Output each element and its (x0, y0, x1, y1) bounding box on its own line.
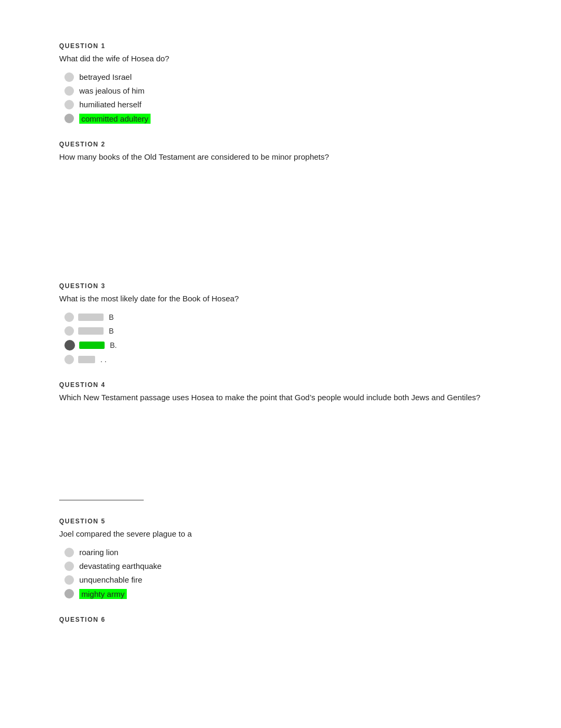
option-text-highlighted: committed adultery (79, 114, 151, 124)
question-2-text: How many books of the Old Testament are … (59, 151, 502, 163)
question-1-options: betrayed Israel was jealous of him humil… (64, 72, 502, 124)
option-text: roaring lion (79, 548, 118, 557)
question-3-text: What is the most likely date for the Boo… (59, 293, 502, 305)
list-item[interactable]: betrayed Israel (64, 72, 502, 82)
question-3-block: QUESTION 3 What is the most likely date … (59, 282, 502, 364)
radio-circle (64, 561, 74, 571)
blurred-option-box (78, 327, 104, 335)
section-divider (59, 500, 144, 501)
question-2-empty-space (59, 170, 502, 265)
blurred-option-box (78, 356, 95, 363)
question-5-label: QUESTION 5 (59, 518, 502, 525)
option-text: betrayed Israel (79, 72, 132, 81)
blurred-option-box (78, 314, 104, 321)
question-1-label: QUESTION 1 (59, 42, 502, 50)
option-letter: B (109, 327, 114, 335)
question-5-text: Joel compared the severe plague to a (59, 528, 502, 540)
radio-circle (64, 575, 74, 585)
radio-circle (64, 72, 74, 82)
list-item[interactable]: roaring lion (64, 548, 502, 557)
question-4-label: QUESTION 4 (59, 381, 502, 389)
question-6-label: QUESTION 6 (59, 616, 502, 623)
option-text: devastating earthquake (79, 561, 162, 570)
option-letter: B (109, 313, 114, 321)
question-3-options: B B B. . . (64, 312, 502, 364)
question-2-block: QUESTION 2 How many books of the Old Tes… (59, 141, 502, 266)
list-item[interactable]: humiliated herself (64, 100, 502, 109)
question-1-block: QUESTION 1 What did the wife of Hosea do… (59, 42, 502, 124)
list-item[interactable]: B. (64, 340, 502, 351)
list-item[interactable]: mighty army (64, 589, 502, 599)
radio-circle (64, 86, 74, 96)
list-item[interactable]: devastating earthquake (64, 561, 502, 571)
option-letter: . . (100, 355, 107, 364)
list-item[interactable]: unquenchable fire (64, 575, 502, 585)
radio-circle (64, 100, 74, 109)
blurred-option-box-selected (79, 342, 105, 349)
option-text: humiliated herself (79, 100, 142, 109)
question-4-block: QUESTION 4 Which New Testament passage u… (59, 381, 502, 501)
question-4-empty-space (59, 411, 502, 495)
question-6-block: QUESTION 6 (59, 616, 502, 623)
question-1-text: What did the wife of Hosea do? (59, 53, 502, 65)
radio-circle (64, 326, 74, 336)
option-text: unquenchable fire (79, 575, 142, 584)
list-item[interactable]: . . (64, 355, 502, 364)
option-text-highlighted: mighty army (79, 589, 127, 599)
option-text: was jealous of him (79, 86, 144, 95)
radio-circle (64, 548, 74, 557)
radio-circle (64, 312, 74, 322)
list-item[interactable]: B (64, 312, 502, 322)
question-3-label: QUESTION 3 (59, 282, 502, 290)
question-5-block: QUESTION 5 Joel compared the severe plag… (59, 518, 502, 599)
list-item[interactable]: B (64, 326, 502, 336)
list-item[interactable]: was jealous of him (64, 86, 502, 96)
list-item[interactable]: committed adultery (64, 114, 502, 124)
radio-circle-selected (64, 589, 74, 598)
question-2-label: QUESTION 2 (59, 141, 502, 148)
radio-circle-selected (64, 114, 74, 123)
question-5-options: roaring lion devastating earthquake unqu… (64, 548, 502, 599)
question-4-text: Which New Testament passage uses Hosea t… (59, 392, 502, 404)
radio-circle (64, 355, 74, 364)
option-letter: B. (110, 341, 117, 349)
radio-circle-selected (64, 340, 75, 351)
